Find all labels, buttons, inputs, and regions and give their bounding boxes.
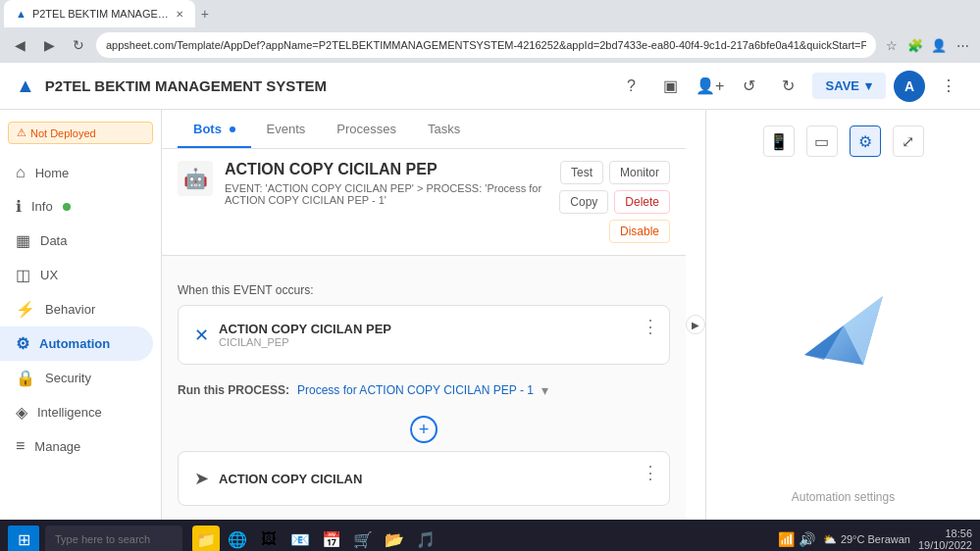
network-icon[interactable]: 📶: [778, 531, 795, 547]
event-card-menu-icon[interactable]: ⋮: [642, 316, 659, 337]
test-button[interactable]: Test: [560, 161, 603, 184]
sidebar-item-behavior[interactable]: ⚡ Behavior: [0, 292, 153, 326]
sidebar-label-manage: Manage: [34, 439, 80, 454]
save-chevron-icon: ▾: [865, 78, 872, 93]
expand-panel-button[interactable]: ⤢: [893, 125, 924, 157]
save-button[interactable]: SAVE ▾: [812, 73, 886, 99]
more-menu-button[interactable]: ⋮: [933, 71, 964, 102]
sidebar-item-intelligence[interactable]: ◈ Intelligence: [0, 395, 153, 429]
tab-tasks[interactable]: Tasks: [412, 112, 476, 148]
tab-close-btn[interactable]: ✕: [176, 9, 183, 20]
taskbar-clock: 18:56 19/10/2022: [918, 527, 972, 551]
sidebar-item-automation[interactable]: ⚙ Automation: [0, 326, 153, 361]
tab-processes-label: Processes: [336, 122, 396, 136]
avatar: A: [894, 71, 925, 102]
deploy-status-badge[interactable]: ⚠ Not Deployed: [8, 122, 153, 144]
sidebar-item-home[interactable]: ⌂ Home: [0, 156, 153, 189]
event-card-title: ACTION COPY CICILAN PEP: [219, 322, 391, 336]
preview-area: [722, 169, 964, 482]
taskbar-sys-icons: 📶 🔊: [778, 531, 815, 547]
event-card-subtitle: CICILAN_PEP: [219, 336, 391, 348]
sidebar-item-security[interactable]: 🔒 Security: [0, 361, 153, 395]
tab-processes[interactable]: Processes: [321, 112, 412, 148]
volume-icon[interactable]: 🔊: [799, 531, 815, 547]
taskbar-search-input[interactable]: [45, 526, 182, 551]
extension-icon[interactable]: 🧩: [905, 35, 925, 55]
sidebar: ⚠ Not Deployed ⌂ Home ℹ Info ▦ Data ◫ UX: [0, 110, 162, 520]
main-content: Bots Events Processes Tasks 🤖: [162, 110, 980, 520]
sidebar-item-data[interactable]: ▦ Data: [0, 224, 153, 258]
intelligence-icon: ◈: [16, 403, 27, 422]
behavior-icon: ⚡: [16, 300, 35, 319]
collapse-panel-area: ▶: [686, 110, 705, 520]
deploy-status-label: Not Deployed: [30, 127, 96, 139]
add-user-button[interactable]: 👤+: [695, 71, 726, 102]
second-card-header: ➤ ACTION COPY CICILAN: [194, 468, 653, 489]
taskbar-app-2[interactable]: 📧: [286, 526, 314, 551]
redo-button[interactable]: ↻: [773, 71, 804, 102]
profile-icon[interactable]: 👤: [929, 35, 949, 55]
app-body: ⚠ Not Deployed ⌂ Home ℹ Info ▦ Data ◫ UX: [0, 110, 980, 520]
sidebar-item-manage[interactable]: ≡ Manage: [0, 429, 153, 463]
taskbar-app-file-explorer[interactable]: 📁: [192, 526, 220, 551]
taskbar-date-display: 19/10/2022: [918, 539, 972, 551]
delete-button[interactable]: Delete: [614, 190, 670, 214]
collapse-panel-button[interactable]: ▶: [686, 315, 705, 334]
disable-button[interactable]: Disable: [609, 220, 670, 243]
home-icon: ⌂: [16, 164, 26, 181]
tab-events[interactable]: Events: [251, 112, 322, 148]
weather-text: 29°C Berawan: [841, 533, 910, 545]
taskbar-app-1[interactable]: 🖼: [255, 526, 283, 551]
sidebar-label-info: Info: [31, 199, 53, 214]
bookmark-icon[interactable]: ☆: [882, 35, 902, 55]
more-icon[interactable]: ⋯: [953, 35, 972, 55]
forward-button[interactable]: ▶: [37, 33, 61, 57]
help-button[interactable]: ?: [616, 71, 647, 102]
taskbar-app-4[interactable]: 🛒: [349, 526, 377, 551]
new-tab-button[interactable]: +: [195, 4, 215, 24]
monitor-button[interactable]: Monitor: [609, 161, 670, 184]
add-step-button[interactable]: +: [178, 408, 670, 451]
tab-bots[interactable]: Bots: [178, 112, 251, 148]
tablet-preview-button[interactable]: ▭: [806, 125, 838, 157]
data-icon: ▦: [16, 231, 30, 250]
start-button[interactable]: ⊞: [8, 526, 39, 551]
second-card-title: ACTION COPY CICILAN: [219, 472, 362, 486]
taskbar-app-6[interactable]: 🎵: [412, 526, 439, 551]
sidebar-label-home: Home: [35, 166, 70, 180]
settings-panel-button[interactable]: ⚙: [850, 125, 881, 157]
browser-tab-active[interactable]: ▲ P2TEL BEKTIM MANAGEMENT S... ✕: [4, 0, 195, 27]
sidebar-label-automation: Automation: [39, 336, 110, 351]
app-title: P2TEL BEKTIM MANAGEMENT SYSTEM: [45, 77, 606, 94]
browser-tab-bar: ▲ P2TEL BEKTIM MANAGEMENT S... ✕ +: [0, 0, 980, 27]
process-value[interactable]: Process for ACTION COPY CICILAN PEP - 1: [297, 383, 534, 397]
sidebar-label-ux: UX: [40, 268, 58, 282]
taskbar-time-display: 18:56: [918, 527, 972, 539]
sidebar-item-ux[interactable]: ◫ UX: [0, 258, 153, 292]
taskbar-app-browser[interactable]: 🌐: [224, 526, 251, 551]
sidebar-label-intelligence: Intelligence: [37, 405, 102, 420]
undo-button[interactable]: ↺: [734, 71, 765, 102]
preview-button[interactable]: ▣: [655, 71, 687, 102]
sidebar-item-info[interactable]: ℹ Info: [0, 189, 153, 224]
address-input[interactable]: [96, 32, 876, 58]
save-label: SAVE: [826, 78, 859, 93]
taskbar-app-3[interactable]: 📅: [318, 526, 345, 551]
add-circle-icon: +: [410, 416, 438, 443]
second-card-icon: ➤: [194, 468, 209, 489]
second-event-card: ➤ ACTION COPY CICILAN ⋮: [178, 451, 670, 506]
automation-graphic: [795, 276, 893, 375]
automation-icon: ⚙: [16, 334, 29, 353]
bot-actions: Test Monitor Copy Delete Disable: [559, 161, 670, 243]
process-arrow-icon[interactable]: ▾: [542, 382, 548, 398]
address-bar-row: ◀ ▶ ↻ ☆ 🧩 👤 ⋯: [0, 27, 980, 63]
refresh-button[interactable]: ↻: [67, 33, 90, 57]
second-card-menu-icon[interactable]: ⋮: [642, 462, 659, 483]
back-button[interactable]: ◀: [8, 33, 31, 57]
info-icon: ℹ: [16, 197, 22, 216]
mobile-preview-button[interactable]: 📱: [763, 125, 795, 157]
process-label: Run this PROCESS:: [178, 383, 289, 397]
second-card-info: ACTION COPY CICILAN: [219, 472, 362, 486]
taskbar-app-5[interactable]: 📂: [381, 526, 408, 551]
copy-button[interactable]: Copy: [559, 190, 608, 214]
